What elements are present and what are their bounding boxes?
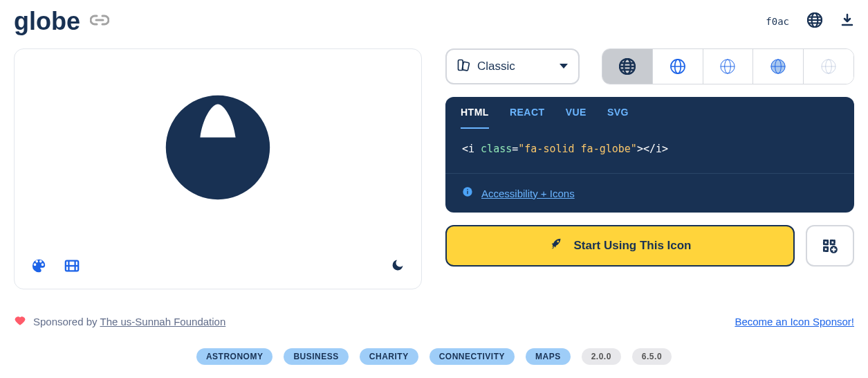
preview-toolbar [15, 249, 421, 289]
become-sponsor-link[interactable]: Become an Icon Sponsor! [735, 316, 854, 327]
code-body[interactable]: <i class="fa-solid fa-globe"></i> [445, 127, 854, 174]
unicode-value[interactable]: f0ac [766, 16, 789, 27]
code-snippet: <i class="fa-solid fa-globe"></i> [462, 143, 668, 155]
tag-version-650[interactable]: 6.5.0 [632, 348, 672, 365]
code-footer: Accessibility + Icons [445, 174, 854, 213]
sponsor-row: Sponsored by The us-Sunnah Foundation Be… [14, 314, 854, 329]
permalink-icon[interactable] [90, 14, 109, 29]
sponsor-left: Sponsored by The us-Sunnah Foundation [14, 314, 225, 329]
variant-regular[interactable] [653, 49, 703, 84]
preview-globe-icon [163, 92, 273, 206]
tab-vue[interactable]: VUE [566, 107, 587, 119]
cta-row: Start Using This Icon [445, 225, 854, 267]
preview-area [15, 49, 421, 249]
swatch-icon [456, 58, 470, 75]
variant-light[interactable] [703, 49, 754, 84]
svg-rect-24 [467, 189, 468, 190]
family-select-label: Classic [477, 60, 552, 73]
globe-icon[interactable] [807, 12, 822, 30]
tab-svg[interactable]: SVG [607, 107, 629, 119]
top-controls: Classic [445, 48, 854, 84]
svg-rect-23 [467, 191, 468, 195]
tag-astronomy[interactable]: ASTRONOMY [196, 348, 273, 365]
code-panel: HTML REACT VUE SVG <i class="fa-solid fa… [445, 97, 854, 213]
palette-icon[interactable] [31, 258, 46, 276]
download-icon[interactable] [840, 13, 854, 30]
main-area: Classic [14, 48, 854, 289]
right-column: Classic [445, 48, 854, 267]
variant-thin[interactable] [804, 49, 853, 84]
tab-react[interactable]: REACT [510, 107, 545, 119]
tag-connectivity[interactable]: CONNECTIVITY [430, 348, 515, 365]
add-to-collection-button[interactable] [806, 225, 854, 267]
svg-rect-8 [462, 62, 470, 71]
icon-title: globe [14, 7, 80, 36]
header-left: globe [14, 7, 109, 36]
caret-down-icon [559, 60, 569, 73]
page-header: globe f0ac [14, 0, 854, 48]
tags-row: ASTRONOMY BUSINESS CHARITY CONNECTIVITY … [14, 348, 854, 365]
code-tabs: HTML REACT VUE SVG [445, 97, 854, 127]
variant-solid[interactable] [602, 49, 653, 84]
style-variants [602, 48, 854, 84]
sponsor-text: Sponsored by The us-Sunnah Foundation [33, 316, 225, 327]
cta-label: Start Using This Icon [573, 239, 691, 253]
start-using-button[interactable]: Start Using This Icon [445, 225, 795, 267]
tag-version-200[interactable]: 2.0.0 [582, 348, 621, 365]
accessibility-link[interactable]: Accessibility + Icons [481, 188, 575, 199]
tag-charity[interactable]: CHARITY [360, 348, 418, 365]
rocket-icon [548, 237, 564, 255]
preview-panel [14, 48, 422, 289]
heart-icon [14, 314, 26, 329]
info-icon [462, 186, 473, 200]
family-select[interactable]: Classic [445, 48, 580, 84]
tab-html[interactable]: HTML [461, 107, 489, 129]
moon-icon[interactable] [391, 258, 405, 276]
tag-maps[interactable]: MAPS [526, 348, 571, 365]
header-right: f0ac [766, 12, 854, 30]
preview-left-tools [31, 258, 80, 276]
variant-duotone[interactable] [753, 49, 804, 84]
sponsor-link[interactable]: The us-Sunnah Foundation [100, 316, 225, 327]
tag-business[interactable]: BUSINESS [284, 348, 348, 365]
film-icon[interactable] [64, 258, 80, 276]
